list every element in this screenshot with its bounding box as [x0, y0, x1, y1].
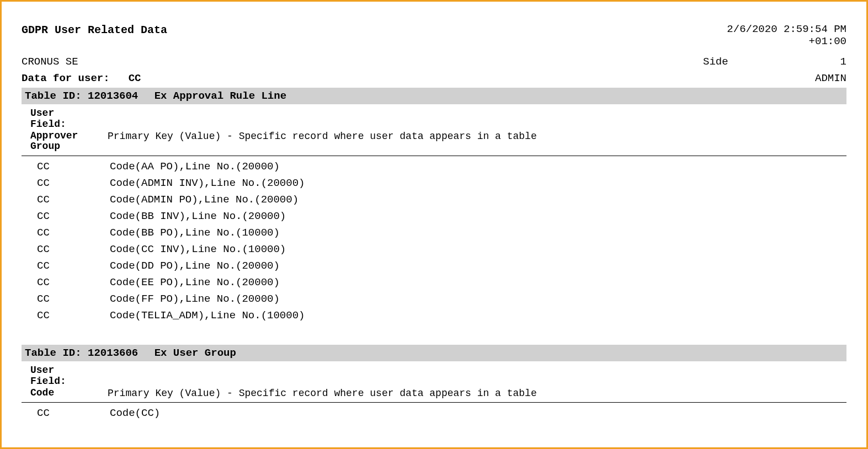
- row-key: Code(CC INV),Line No.(10000): [110, 241, 846, 258]
- field-description: Primary Key (Value) - Specific record wh…: [108, 131, 838, 142]
- table-row: CCCode(CC INV),Line No.(10000): [22, 241, 846, 258]
- user-field-label: User Field:: [30, 108, 91, 130]
- user-label: Data for user:: [22, 72, 110, 84]
- row-key: Code(DD PO),Line No.(20000): [110, 258, 846, 274]
- table-row: CCCode(ADMIN INV),Line No.(20000): [22, 175, 846, 191]
- row-user: CC: [22, 225, 110, 241]
- user-field-label: User Field:: [30, 365, 91, 387]
- row-user: CC: [22, 274, 110, 291]
- table-row: CCCode(TELIA_ADM),Line No.(10000): [22, 307, 846, 324]
- field-block: User Field: Code Primary Key (Value) - S…: [22, 361, 846, 399]
- table-row: CCCode(ADMIN PO),Line No.(20000): [22, 191, 846, 208]
- side-label: Side: [703, 56, 728, 68]
- side-value: 1: [840, 56, 846, 68]
- header-right: 2/6/2020 2:59:54 PM +01:00: [727, 24, 846, 48]
- user-field-row: User Field:: [30, 108, 838, 130]
- row-user: CC: [22, 175, 110, 191]
- row-user: CC: [22, 307, 110, 324]
- section-bar: Table ID: 12013606 Ex User Group: [22, 345, 846, 361]
- user-value: CC: [129, 72, 141, 84]
- table-row: CCCode(DD PO),Line No.(20000): [22, 258, 846, 274]
- row-key: Code(BB PO),Line No.(10000): [110, 225, 846, 241]
- field-description: Primary Key (Value) - Specific record wh…: [108, 388, 838, 399]
- admin-user: ADMIN: [815, 72, 846, 84]
- table-row: CCCode(BB PO),Line No.(10000): [22, 225, 846, 241]
- row-key: Code(FF PO),Line No.(20000): [110, 291, 846, 307]
- divider: [22, 156, 846, 156]
- row-user: CC: [22, 291, 110, 307]
- data-table: CCCode(CC): [22, 405, 846, 421]
- field-name: Approver Group: [30, 131, 108, 153]
- row-key: Code(AA PO),Line No.(20000): [110, 158, 846, 175]
- report-timezone: +01:00: [727, 36, 846, 48]
- header-row3: Data for user: CC ADMIN: [22, 72, 846, 84]
- table-row: CCCode(AA PO),Line No.(20000): [22, 158, 846, 175]
- section-bar: Table ID: 12013604 Ex Approval Rule Line: [22, 88, 846, 104]
- company-name: CRONUS SE: [22, 56, 78, 68]
- row-key: Code(ADMIN INV),Line No.(20000): [110, 175, 846, 191]
- row-key: Code(EE PO),Line No.(20000): [110, 274, 846, 291]
- data-for-user: Data for user: CC: [22, 72, 141, 84]
- table-name: Ex User Group: [155, 347, 236, 359]
- report-title: GDPR User Related Data: [22, 24, 167, 36]
- report-header: GDPR User Related Data 2/6/2020 2:59:54 …: [22, 24, 846, 48]
- table-row: CCCode(BB INV),Line No.(20000): [22, 208, 846, 225]
- row-user: CC: [22, 258, 110, 274]
- row-key: Code(TELIA_ADM),Line No.(10000): [110, 307, 846, 324]
- table-id-label: Table ID: 12013606: [25, 347, 138, 359]
- table-row: CCCode(FF PO),Line No.(20000): [22, 291, 846, 307]
- table-row: CCCode(EE PO),Line No.(20000): [22, 274, 846, 291]
- section-gap: [22, 324, 846, 341]
- row-user: CC: [22, 158, 110, 175]
- table-row: CCCode(CC): [22, 405, 846, 421]
- field-name: Code: [30, 388, 108, 399]
- report-page: GDPR User Related Data 2/6/2020 2:59:54 …: [0, 0, 868, 449]
- header-row2: CRONUS SE Side 1: [22, 56, 846, 68]
- row-user: CC: [22, 241, 110, 258]
- field-block: User Field: Approver Group Primary Key (…: [22, 104, 846, 153]
- row-key: Code(ADMIN PO),Line No.(20000): [110, 191, 846, 208]
- field-header-row: Code Primary Key (Value) - Specific reco…: [30, 388, 838, 399]
- divider: [22, 402, 846, 403]
- row-user: CC: [22, 405, 110, 421]
- row-user: CC: [22, 191, 110, 208]
- user-field-row: User Field:: [30, 365, 838, 387]
- table-name: Ex Approval Rule Line: [155, 90, 286, 102]
- header-left: GDPR User Related Data: [22, 24, 167, 36]
- page-side: Side 1: [703, 56, 846, 68]
- row-key: Code(BB INV),Line No.(20000): [110, 208, 846, 225]
- row-key: Code(CC): [110, 405, 846, 421]
- field-header-row: Approver Group Primary Key (Value) - Spe…: [30, 131, 838, 153]
- report-datetime: 2/6/2020 2:59:54 PM: [727, 24, 846, 36]
- data-table: CCCode(AA PO),Line No.(20000) CCCode(ADM…: [22, 158, 846, 324]
- row-user: CC: [22, 208, 110, 225]
- table-id-label: Table ID: 12013604: [25, 90, 138, 102]
